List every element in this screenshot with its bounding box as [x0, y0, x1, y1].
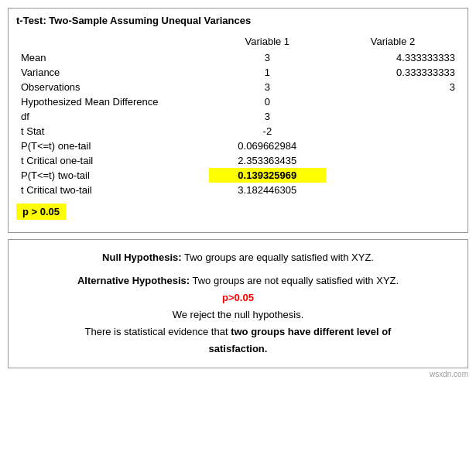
row-var1: 2.353363435: [209, 153, 326, 168]
table-title: t-Test: Two-Sample Assuming Unequal Vari…: [16, 15, 460, 26]
hypothesis-box: Null Hypothesis: Two groups are equally …: [8, 239, 468, 368]
row-label: Hypothesized Mean Difference: [16, 94, 209, 109]
row-label: Mean: [16, 50, 209, 65]
alt-label: Alternative Hypothesis:: [77, 275, 190, 286]
row-var2: [326, 109, 460, 124]
row-var1: 0: [209, 94, 326, 109]
row-label: Variance: [16, 65, 209, 80]
row-var2: [326, 124, 460, 139]
row-label: P(T<=t) two-tail: [16, 168, 209, 183]
table-row: P(T<=t) one-tail0.069662984: [16, 139, 460, 153]
row-var2: [326, 183, 460, 197]
p-value-line: p>0.05: [24, 289, 452, 306]
stats-table: Variable 1 Variable 2 Mean34.333333333Va…: [16, 34, 460, 197]
evidence-text-prefix: There is statistical evidence that: [85, 326, 231, 337]
evidence-bold-1: two groups have different level of: [231, 326, 391, 337]
table-row: df3: [16, 109, 460, 124]
null-label: Null Hypothesis:: [102, 252, 182, 263]
row-var1: 0.139325969: [209, 168, 326, 183]
table-row: t Critical one-tail2.353363435: [16, 153, 460, 168]
row-label: P(T<=t) one-tail: [16, 139, 209, 153]
table-row: t Stat-2: [16, 124, 460, 139]
table-row: Observations33: [16, 80, 460, 94]
row-var2: [326, 153, 460, 168]
p-value-display: p>0.05: [222, 292, 254, 303]
table-header-row: Variable 1 Variable 2: [16, 34, 460, 50]
evidence-line: There is statistical evidence that two g…: [24, 323, 452, 341]
header-var2: Variable 2: [326, 34, 460, 50]
row-var2: 3: [326, 80, 460, 94]
null-hypothesis-line: Null Hypothesis: Two groups are equally …: [24, 249, 452, 266]
row-var1: 3: [209, 50, 326, 65]
watermark: wsxdn.com: [8, 370, 468, 378]
row-var1: 1: [209, 65, 326, 80]
table-row: P(T<=t) two-tail0.139325969: [16, 168, 460, 183]
table-row: Mean34.333333333: [16, 50, 460, 65]
row-var1: 3.182446305: [209, 183, 326, 197]
row-var1: 3: [209, 109, 326, 124]
row-var2: 4.333333333: [326, 50, 460, 65]
stats-section: t-Test: Two-Sample Assuming Unequal Vari…: [8, 8, 468, 233]
p-result-badge: p > 0.05: [16, 197, 460, 226]
row-var1: -2: [209, 124, 326, 139]
evidence-bold-2: satisfaction.: [209, 343, 268, 354]
row-var1: 3: [209, 80, 326, 94]
row-var2: [326, 94, 460, 109]
header-label-col: [16, 34, 209, 50]
row-label: t Critical two-tail: [16, 183, 209, 197]
alt-hypothesis-line: Alternative Hypothesis: Two groups are n…: [24, 272, 452, 289]
row-label: t Critical one-tail: [16, 153, 209, 168]
row-var2: [326, 168, 460, 183]
reject-line: We reject the null hypothesis.: [24, 306, 452, 323]
evidence-bold-line2: satisfaction.: [24, 341, 452, 358]
row-var1: 0.069662984: [209, 139, 326, 153]
null-text: Two groups are equally satisfied with XY…: [182, 252, 374, 263]
row-var2: [326, 139, 460, 153]
table-row: Variance10.333333333: [16, 65, 460, 80]
row-var2: 0.333333333: [326, 65, 460, 80]
row-label: t Stat: [16, 124, 209, 139]
table-row: t Critical two-tail3.182446305: [16, 183, 460, 197]
alt-text: Two groups are not equally satisfied wit…: [190, 275, 399, 286]
table-row: Hypothesized Mean Difference0: [16, 94, 460, 109]
row-label: Observations: [16, 80, 209, 94]
header-var1: Variable 1: [209, 34, 326, 50]
row-label: df: [16, 109, 209, 124]
p-result-text: p > 0.05: [16, 204, 66, 220]
